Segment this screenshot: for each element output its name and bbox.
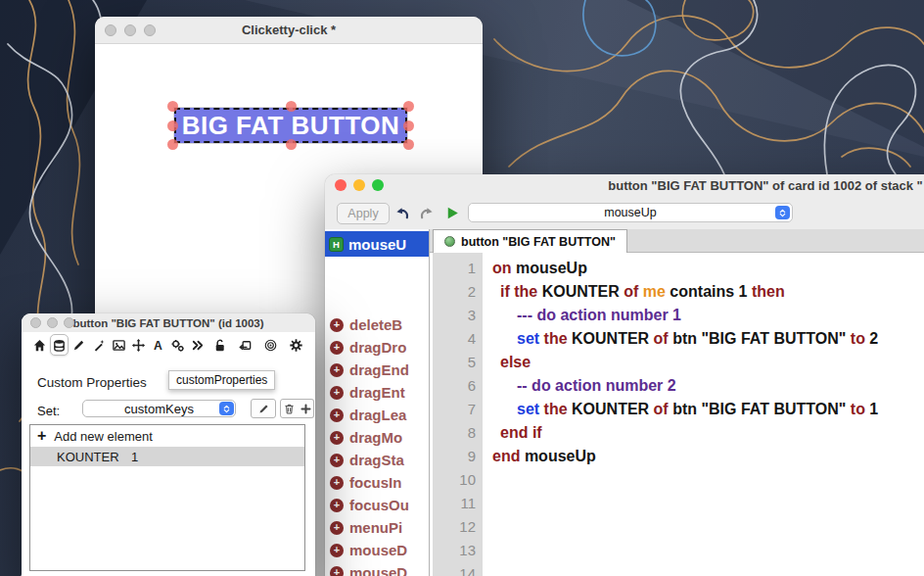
resize-handle-w[interactable]	[167, 120, 178, 131]
handler-dropdown[interactable]: mouseUp	[468, 203, 793, 222]
handler-item[interactable]: +dragEnd	[325, 359, 429, 381]
zoom-button[interactable]	[144, 24, 156, 36]
add-handler-icon: +	[330, 476, 344, 490]
line-number[interactable]: 2	[433, 280, 483, 304]
add-set-button[interactable]	[298, 399, 314, 418]
pencil-icon	[257, 403, 270, 415]
add-handler-icon: +	[330, 341, 344, 355]
editor-toolbar: Apply mouseUp	[325, 196, 924, 230]
property-inspector-window: button "BIG FAT BUTTON" (id 1003) A	[22, 313, 315, 576]
delete-set-button[interactable]	[280, 399, 299, 418]
tab-label: button "BIG FAT BUTTON"	[461, 235, 616, 249]
editor-titlebar[interactable]: button "BIG FAT BUTTON" of card id 1002 …	[325, 174, 924, 196]
custom-prop-key: KOUNTER	[57, 450, 131, 464]
resize-handle-ne[interactable]	[403, 101, 414, 112]
handler-item-selected[interactable]: H mouseU	[325, 231, 429, 257]
resize-handle-se[interactable]	[403, 139, 414, 150]
handler-item[interactable]: +mouseD	[325, 539, 429, 561]
apply-button[interactable]: Apply	[337, 203, 390, 224]
line-number[interactable]: 5	[433, 351, 483, 374]
pencil-icon[interactable]	[70, 334, 88, 356]
property-set-dropdown[interactable]: customKeys	[82, 400, 236, 417]
handler-item-label: dragDro	[349, 339, 406, 356]
line-number[interactable]: 9	[433, 445, 483, 468]
window-controls	[105, 24, 156, 36]
add-handler-icon: +	[330, 363, 344, 377]
line-number[interactable]: 1	[433, 257, 483, 280]
undo-icon[interactable]	[392, 203, 411, 222]
dropdown-stepper-icon[interactable]	[775, 206, 790, 219]
run-icon[interactable]	[442, 203, 462, 222]
stack-window-titlebar[interactable]: Clicketty-click *	[95, 17, 483, 44]
handler-item[interactable]: +dragSta	[325, 449, 429, 471]
resize-handle-nw[interactable]	[167, 101, 178, 112]
line-number[interactable]: 3	[433, 304, 483, 327]
handler-item[interactable]: +focusOu	[325, 494, 429, 516]
line-number-gutter[interactable]: 1234567891011121314	[433, 253, 483, 576]
edit-set-button[interactable]	[251, 399, 276, 418]
resize-handle-sw[interactable]	[167, 139, 178, 150]
line-number[interactable]: 4	[433, 327, 483, 351]
gears-icon[interactable]	[169, 334, 187, 356]
minimize-button[interactable]	[124, 24, 136, 36]
resize-handle-n[interactable]	[286, 101, 297, 112]
handler-item-label: focusOu	[349, 497, 409, 513]
handler-item[interactable]: +mouseD	[325, 561, 429, 576]
handler-item[interactable]: +dragLea	[325, 404, 429, 426]
line-number[interactable]: 11	[433, 492, 483, 515]
redo-icon[interactable]	[417, 203, 437, 222]
image-icon[interactable]	[110, 334, 127, 356]
resize-handle-e[interactable]	[403, 120, 414, 131]
handler-item[interactable]: +dragEnt	[325, 381, 429, 404]
editor-main: H mouseU +deleteB+dragDro+dragEnd+dragEn…	[325, 229, 924, 576]
minimize-button[interactable]	[47, 317, 58, 328]
add-handler-icon: +	[330, 566, 344, 576]
move-icon[interactable]	[129, 334, 147, 356]
handler-item[interactable]: +dragDro	[325, 336, 429, 359]
close-button[interactable]	[105, 24, 116, 36]
dropdown-stepper-icon[interactable]	[219, 402, 234, 415]
tab-script[interactable]: button "BIG FAT BUTTON"	[433, 229, 627, 253]
handler-item-label: dragLea	[349, 407, 406, 423]
inspector-titlebar[interactable]: button "BIG FAT BUTTON" (id 1003)	[22, 313, 315, 332]
compile-status-icon	[444, 236, 455, 247]
zoom-button[interactable]	[64, 317, 74, 328]
custom-properties-tab-icon[interactable]	[50, 334, 69, 356]
close-button[interactable]	[335, 179, 346, 191]
big-fat-button[interactable]: BIG FAT BUTTON	[174, 108, 407, 143]
handler-item-label: dragMo	[349, 429, 402, 446]
trash-icon	[283, 403, 296, 415]
section-heading: Custom Properties	[37, 375, 147, 390]
line-number[interactable]: 14	[433, 562, 483, 576]
text-icon[interactable]: A	[149, 334, 166, 356]
code-editor[interactable]: 1234567891011121314 on mouseUpif the KOU…	[430, 253, 924, 576]
unlock-icon[interactable]	[208, 334, 230, 356]
line-number[interactable]: 6	[433, 374, 483, 398]
line-number[interactable]: 7	[433, 398, 483, 421]
line-number[interactable]: 13	[433, 539, 483, 562]
wand-icon[interactable]	[90, 334, 108, 356]
revert-icon[interactable]	[234, 334, 255, 356]
close-button[interactable]	[30, 317, 41, 328]
target-icon[interactable]	[259, 334, 281, 356]
resize-handle-s[interactable]	[286, 139, 297, 150]
handler-item-label: dragEnd	[349, 361, 409, 378]
minimize-button[interactable]	[353, 179, 365, 191]
more-panels-icon[interactable]	[189, 334, 207, 356]
line-number[interactable]: 10	[433, 468, 483, 492]
code-line: end if	[492, 421, 924, 445]
handler-item[interactable]: +dragMo	[325, 426, 429, 449]
handler-item[interactable]: +deleteB	[325, 313, 429, 336]
custom-prop-row[interactable]: KOUNTER1	[30, 447, 304, 466]
gear-icon[interactable]	[285, 334, 306, 356]
home-icon[interactable]	[30, 334, 48, 356]
property-set-value: customKeys	[124, 402, 194, 416]
handler-item[interactable]: +menuPi	[325, 516, 429, 539]
zoom-button[interactable]	[372, 179, 384, 191]
code-line: -- do action number 2	[492, 374, 924, 398]
handler-item[interactable]: +focusIn	[325, 471, 429, 494]
line-number[interactable]: 12	[433, 515, 483, 539]
add-element-row[interactable]: + Add new element	[30, 425, 304, 447]
code-lines: on mouseUpif the KOUNTER of me contains …	[492, 257, 924, 468]
line-number[interactable]: 8	[433, 421, 483, 445]
